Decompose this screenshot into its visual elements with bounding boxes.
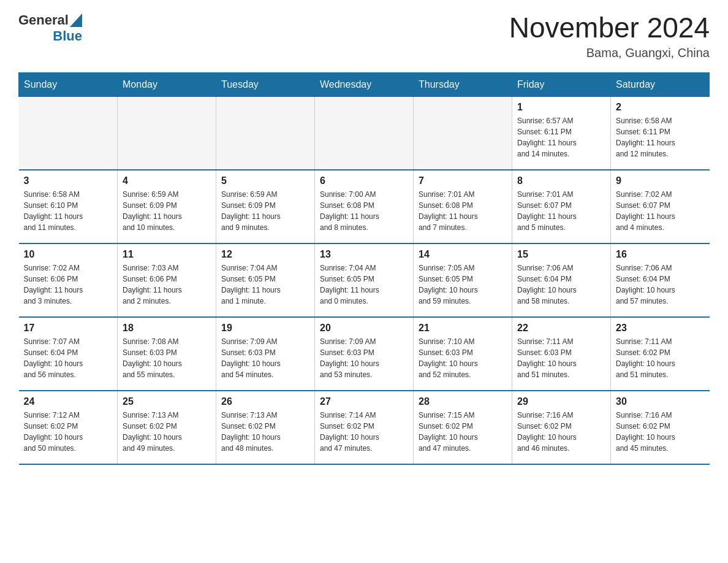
location: Bama, Guangxi, China <box>509 46 710 60</box>
col-wednesday: Wednesday <box>315 72 414 96</box>
day-info: Sunrise: 7:13 AM Sunset: 6:02 PM Dayligh… <box>221 410 309 454</box>
logo-blue: Blue <box>53 28 82 44</box>
table-row: 17Sunrise: 7:07 AM Sunset: 6:04 PM Dayli… <box>19 317 118 391</box>
logo: General Blue <box>18 12 82 44</box>
day-info: Sunrise: 7:13 AM Sunset: 6:02 PM Dayligh… <box>123 410 211 454</box>
day-number: 18 <box>123 323 211 334</box>
day-number: 9 <box>616 175 705 186</box>
day-number: 19 <box>221 323 309 334</box>
day-number: 5 <box>221 175 309 186</box>
day-number: 24 <box>24 396 113 407</box>
table-row: 11Sunrise: 7:03 AM Sunset: 6:06 PM Dayli… <box>118 243 216 317</box>
table-row: 15Sunrise: 7:06 AM Sunset: 6:04 PM Dayli… <box>512 243 611 317</box>
col-sunday: Sunday <box>19 72 118 96</box>
day-info: Sunrise: 7:16 AM Sunset: 6:02 PM Dayligh… <box>517 410 605 454</box>
day-info: Sunrise: 7:10 AM Sunset: 6:03 PM Dayligh… <box>419 336 507 380</box>
day-info: Sunrise: 7:16 AM Sunset: 6:02 PM Dayligh… <box>616 410 705 454</box>
table-row <box>216 96 315 170</box>
day-info: Sunrise: 7:11 AM Sunset: 6:03 PM Dayligh… <box>517 336 605 380</box>
table-row: 20Sunrise: 7:09 AM Sunset: 6:03 PM Dayli… <box>315 317 414 391</box>
calendar-week-row: 10Sunrise: 7:02 AM Sunset: 6:06 PM Dayli… <box>19 243 710 317</box>
day-number: 13 <box>320 249 408 260</box>
table-row: 28Sunrise: 7:15 AM Sunset: 6:02 PM Dayli… <box>414 391 512 464</box>
logo-general: General <box>18 12 69 28</box>
table-row: 29Sunrise: 7:16 AM Sunset: 6:02 PM Dayli… <box>512 391 611 464</box>
day-info: Sunrise: 7:02 AM Sunset: 6:06 PM Dayligh… <box>24 262 113 307</box>
day-number: 29 <box>517 396 605 407</box>
day-info: Sunrise: 7:00 AM Sunset: 6:08 PM Dayligh… <box>320 189 408 233</box>
day-info: Sunrise: 7:09 AM Sunset: 6:03 PM Dayligh… <box>320 336 408 380</box>
day-info: Sunrise: 6:58 AM Sunset: 6:10 PM Dayligh… <box>24 189 113 233</box>
table-row: 26Sunrise: 7:13 AM Sunset: 6:02 PM Dayli… <box>216 391 315 464</box>
calendar-header-row: Sunday Monday Tuesday Wednesday Thursday… <box>19 72 710 96</box>
table-row: 21Sunrise: 7:10 AM Sunset: 6:03 PM Dayli… <box>414 317 512 391</box>
page-header: General Blue November 2024 Bama, Guangxi… <box>18 12 710 60</box>
day-number: 20 <box>320 323 408 334</box>
day-number: 17 <box>24 323 113 334</box>
table-row: 27Sunrise: 7:14 AM Sunset: 6:02 PM Dayli… <box>315 391 414 464</box>
col-saturday: Saturday <box>611 72 710 96</box>
table-row: 14Sunrise: 7:05 AM Sunset: 6:05 PM Dayli… <box>414 243 512 317</box>
table-row: 8Sunrise: 7:01 AM Sunset: 6:07 PM Daylig… <box>512 170 611 243</box>
day-number: 15 <box>517 249 605 260</box>
table-row: 25Sunrise: 7:13 AM Sunset: 6:02 PM Dayli… <box>118 391 216 464</box>
table-row: 12Sunrise: 7:04 AM Sunset: 6:05 PM Dayli… <box>216 243 315 317</box>
day-number: 27 <box>320 396 408 407</box>
calendar-table: Sunday Monday Tuesday Wednesday Thursday… <box>18 72 710 465</box>
day-info: Sunrise: 6:57 AM Sunset: 6:11 PM Dayligh… <box>517 115 605 159</box>
day-number: 23 <box>616 323 705 334</box>
table-row: 4Sunrise: 6:59 AM Sunset: 6:09 PM Daylig… <box>118 170 216 243</box>
table-row: 23Sunrise: 7:11 AM Sunset: 6:02 PM Dayli… <box>611 317 710 391</box>
day-number: 22 <box>517 323 605 334</box>
table-row: 18Sunrise: 7:08 AM Sunset: 6:03 PM Dayli… <box>118 317 216 391</box>
day-info: Sunrise: 7:14 AM Sunset: 6:02 PM Dayligh… <box>320 410 408 454</box>
table-row: 1Sunrise: 6:57 AM Sunset: 6:11 PM Daylig… <box>512 96 611 170</box>
day-info: Sunrise: 7:11 AM Sunset: 6:02 PM Dayligh… <box>616 336 705 380</box>
day-number: 7 <box>419 175 507 186</box>
day-info: Sunrise: 7:12 AM Sunset: 6:02 PM Dayligh… <box>24 410 113 454</box>
day-number: 2 <box>616 102 705 113</box>
day-number: 11 <box>123 249 211 260</box>
col-monday: Monday <box>118 72 216 96</box>
day-info: Sunrise: 7:01 AM Sunset: 6:08 PM Dayligh… <box>419 189 507 233</box>
day-info: Sunrise: 7:01 AM Sunset: 6:07 PM Dayligh… <box>517 189 605 233</box>
table-row: 13Sunrise: 7:04 AM Sunset: 6:05 PM Dayli… <box>315 243 414 317</box>
day-number: 26 <box>221 396 309 407</box>
table-row: 5Sunrise: 6:59 AM Sunset: 6:09 PM Daylig… <box>216 170 315 243</box>
calendar-week-row: 3Sunrise: 6:58 AM Sunset: 6:10 PM Daylig… <box>19 170 710 243</box>
day-info: Sunrise: 6:59 AM Sunset: 6:09 PM Dayligh… <box>221 189 309 233</box>
day-info: Sunrise: 6:58 AM Sunset: 6:11 PM Dayligh… <box>616 115 705 159</box>
day-info: Sunrise: 7:04 AM Sunset: 6:05 PM Dayligh… <box>320 262 408 307</box>
table-row <box>315 96 414 170</box>
day-number: 4 <box>123 175 211 186</box>
day-number: 25 <box>123 396 211 407</box>
table-row <box>118 96 216 170</box>
day-number: 1 <box>517 102 605 113</box>
table-row: 24Sunrise: 7:12 AM Sunset: 6:02 PM Dayli… <box>19 391 118 464</box>
day-number: 6 <box>320 175 408 186</box>
day-number: 8 <box>517 175 605 186</box>
day-info: Sunrise: 7:02 AM Sunset: 6:07 PM Dayligh… <box>616 189 705 233</box>
table-row: 7Sunrise: 7:01 AM Sunset: 6:08 PM Daylig… <box>414 170 512 243</box>
day-info: Sunrise: 7:06 AM Sunset: 6:04 PM Dayligh… <box>616 262 705 307</box>
day-info: Sunrise: 7:15 AM Sunset: 6:02 PM Dayligh… <box>419 410 507 454</box>
day-info: Sunrise: 7:06 AM Sunset: 6:04 PM Dayligh… <box>517 262 605 307</box>
table-row <box>19 96 118 170</box>
calendar-week-row: 17Sunrise: 7:07 AM Sunset: 6:04 PM Dayli… <box>19 317 710 391</box>
table-row: 2Sunrise: 6:58 AM Sunset: 6:11 PM Daylig… <box>611 96 710 170</box>
col-thursday: Thursday <box>414 72 512 96</box>
day-number: 21 <box>419 323 507 334</box>
calendar-week-row: 1Sunrise: 6:57 AM Sunset: 6:11 PM Daylig… <box>19 96 710 170</box>
col-friday: Friday <box>512 72 611 96</box>
logo-triangle-icon <box>70 13 82 27</box>
table-row: 9Sunrise: 7:02 AM Sunset: 6:07 PM Daylig… <box>611 170 710 243</box>
table-row: 30Sunrise: 7:16 AM Sunset: 6:02 PM Dayli… <box>611 391 710 464</box>
day-number: 28 <box>419 396 507 407</box>
table-row: 10Sunrise: 7:02 AM Sunset: 6:06 PM Dayli… <box>19 243 118 317</box>
table-row <box>414 96 512 170</box>
day-number: 12 <box>221 249 309 260</box>
table-row: 16Sunrise: 7:06 AM Sunset: 6:04 PM Dayli… <box>611 243 710 317</box>
svg-marker-0 <box>70 13 82 27</box>
day-info: Sunrise: 7:05 AM Sunset: 6:05 PM Dayligh… <box>419 262 507 307</box>
day-info: Sunrise: 7:03 AM Sunset: 6:06 PM Dayligh… <box>123 262 211 307</box>
